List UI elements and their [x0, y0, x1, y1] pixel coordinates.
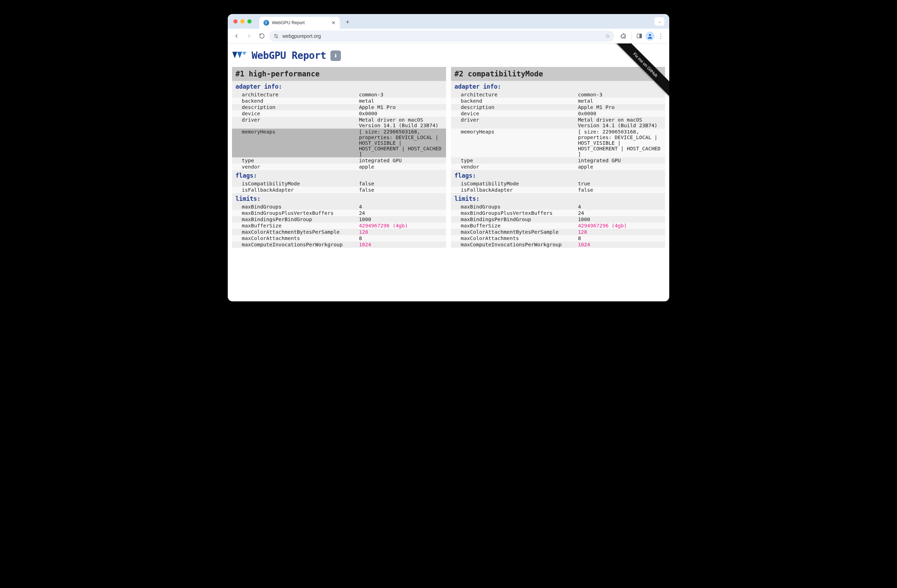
row-key: type: [451, 157, 575, 164]
row-value: integrated GPU: [356, 157, 446, 164]
webgpu-logo-icon: [232, 51, 247, 61]
section-header: limits:: [451, 193, 665, 204]
table-row: maxColorAttachments8: [451, 235, 665, 242]
table-row: descriptionApple M1 Pro: [451, 104, 665, 110]
row-value: true: [575, 181, 665, 187]
row-value: Metal driver on macOS Version 14.1 (Buil…: [356, 117, 446, 129]
close-window-button[interactable]: [233, 19, 237, 23]
new-tab-button[interactable]: +: [343, 17, 352, 27]
close-tab-icon[interactable]: ✕: [331, 20, 336, 26]
row-key: isFallbackAdapter: [232, 187, 356, 193]
row-key: maxColorAttachmentBytesPerSample: [451, 229, 575, 235]
table-row: device0x0000: [451, 110, 665, 117]
row-value: 1000: [575, 216, 665, 222]
section-header: adapter info:: [451, 81, 665, 92]
table-row: maxBindGroups4: [451, 204, 665, 210]
table-row: maxComputeInvocationsPerWorkgroup1024: [232, 242, 446, 248]
row-value: 0x0000: [575, 110, 665, 117]
address-bar[interactable]: webgpureport.org ☆: [269, 31, 614, 42]
data-table: isCompatibilityModetrueisFallbackAdapter…: [451, 181, 665, 193]
table-row: maxBindingsPerBindGroup1000: [232, 216, 446, 222]
table-row: maxColorAttachmentBytesPerSample128: [232, 229, 446, 235]
panel-header: #1 high-performance: [232, 67, 446, 81]
table-row: maxBindGroups4: [232, 204, 446, 210]
maximize-window-button[interactable]: [247, 19, 252, 23]
window-controls: [233, 19, 252, 23]
side-panel-icon[interactable]: [634, 31, 644, 41]
section-header: adapter info:: [232, 81, 446, 92]
row-key: isFallbackAdapter: [451, 187, 575, 193]
row-key: device: [232, 110, 356, 117]
table-row: backendmetal: [232, 98, 446, 104]
row-value: common-3: [356, 92, 446, 98]
svg-marker-10: [242, 52, 246, 55]
reload-button[interactable]: [257, 31, 267, 41]
row-key: maxBindGroupsPlusVertexBuffers: [232, 210, 356, 216]
row-key: backend: [232, 98, 356, 104]
tabs-dropdown-button[interactable]: ⌄: [655, 17, 664, 26]
data-table: architecturecommon-3backendmetaldescript…: [451, 92, 665, 170]
page-header: WebGPU Report ⬇: [231, 46, 666, 67]
row-value: 1000: [356, 216, 446, 222]
row-key: maxBindGroups: [451, 204, 575, 210]
minimize-window-button[interactable]: [240, 19, 245, 23]
row-key: maxBindingsPerBindGroup: [232, 216, 356, 222]
browser-window: i WebGPU Report ✕ + ⌄ webgpureport.org: [228, 14, 669, 302]
data-table: architecturecommon-3backendmetaldescript…: [232, 92, 446, 170]
download-button[interactable]: ⬇: [331, 51, 341, 61]
row-value: Apple M1 Pro: [575, 104, 665, 110]
page-content: WebGPU Report ⬇ #1 high-performanceadapt…: [228, 43, 669, 302]
tab-favicon: i: [263, 20, 269, 26]
site-settings-icon[interactable]: [273, 34, 279, 38]
svg-point-1: [275, 34, 276, 35]
table-row: maxColorAttachments8: [232, 235, 446, 242]
svg-rect-6: [640, 34, 641, 38]
row-value: apple: [356, 164, 446, 170]
row-key: maxBufferSize: [451, 222, 575, 229]
row-value: Apple M1 Pro: [356, 104, 446, 110]
table-row: typeintegrated GPU: [232, 157, 446, 164]
table-row: vendorapple: [451, 164, 665, 170]
table-row: isFallbackAdapterfalse: [451, 187, 665, 193]
row-key: maxColorAttachments: [232, 235, 356, 242]
tab-title: WebGPU Report: [272, 20, 329, 25]
menu-button[interactable]: ⋮: [656, 32, 666, 40]
row-key: memoryHeaps: [232, 129, 356, 157]
toolbar-divider: [631, 32, 631, 40]
extensions-icon[interactable]: [618, 31, 628, 41]
table-row: maxBufferSize4294967296 (4gb): [232, 222, 446, 229]
row-key: maxColorAttachmentBytesPerSample: [232, 229, 356, 235]
row-value: false: [575, 187, 665, 193]
page-title: WebGPU Report: [252, 50, 326, 61]
row-value: [ size: 22906503168, properties: DEVICE_…: [575, 129, 665, 157]
table-row: typeintegrated GPU: [451, 157, 665, 164]
report-panel: #2 compatibilityModeadapter info:archite…: [451, 67, 665, 248]
svg-marker-9: [237, 52, 242, 58]
row-key: type: [232, 157, 356, 164]
bookmark-star-icon[interactable]: ☆: [605, 32, 610, 39]
profile-avatar[interactable]: [645, 32, 655, 41]
row-key: driver: [451, 117, 575, 129]
row-value: 24: [356, 210, 446, 216]
table-row: vendorapple: [232, 164, 446, 170]
row-key: isCompatibilityMode: [451, 181, 575, 187]
table-row: memoryHeaps[ size: 22906503168, properti…: [451, 129, 665, 157]
row-value: 1024: [575, 242, 665, 248]
table-row: architecturecommon-3: [232, 92, 446, 98]
row-key: description: [451, 104, 575, 110]
row-key: maxBindGroups: [232, 204, 356, 210]
table-row: driverMetal driver on macOS Version 14.1…: [451, 117, 665, 129]
row-value: 1024: [356, 242, 446, 248]
row-value: [ size: 22906503168, properties: DEVICE_…: [356, 129, 446, 157]
browser-tab[interactable]: i WebGPU Report ✕: [259, 17, 340, 29]
row-value: 4: [575, 204, 665, 210]
forward-button[interactable]: [244, 31, 254, 41]
section-header: flags:: [451, 170, 665, 181]
section-header: limits:: [232, 193, 446, 204]
row-key: maxColorAttachments: [451, 235, 575, 242]
table-row: isFallbackAdapterfalse: [232, 187, 446, 193]
row-value: 0x0000: [356, 110, 446, 117]
table-row: driverMetal driver on macOS Version 14.1…: [232, 117, 446, 129]
row-value: 128: [356, 229, 446, 235]
back-button[interactable]: [231, 31, 242, 41]
